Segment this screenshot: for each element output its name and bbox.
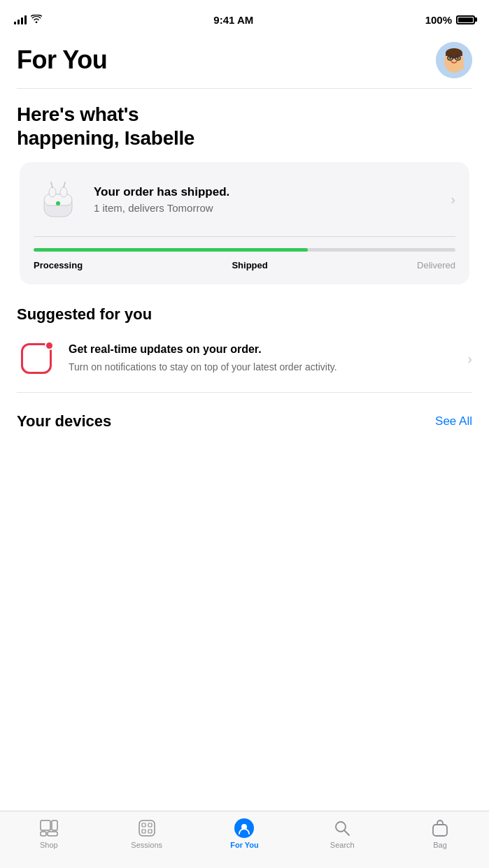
greeting-section: Here's what's happening, Isabelle xyxy=(0,89,489,284)
page-header: For You xyxy=(0,35,489,88)
suggestion-text: Get real-time updates on your order. Tur… xyxy=(69,342,455,374)
wifi-icon xyxy=(31,13,42,26)
battery-percentage: 100% xyxy=(425,14,452,26)
status-time: 9:41 AM xyxy=(213,14,253,26)
order-card[interactable]: Your order has shipped. 1 item, delivers… xyxy=(20,162,469,284)
progress-labels: Processing Shipped Delivered xyxy=(34,260,455,270)
tab-bar: Shop Sessions For You xyxy=(0,811,489,868)
svg-rect-16 xyxy=(41,820,50,830)
svg-rect-28 xyxy=(433,825,447,836)
airpods-image xyxy=(34,175,83,224)
notif-dot xyxy=(45,341,54,350)
status-bar: 9:41 AM 100% xyxy=(0,0,489,35)
svg-rect-18 xyxy=(41,832,46,836)
progress-label-shipped: Shipped xyxy=(232,260,267,270)
svg-rect-22 xyxy=(148,823,152,827)
suggestion-chevron-icon: › xyxy=(467,351,472,367)
svg-rect-20 xyxy=(139,820,155,836)
svg-rect-19 xyxy=(48,832,57,836)
tab-bag[interactable]: Bag xyxy=(412,818,468,849)
suggestion-item[interactable]: Get real-time updates on your order. Tur… xyxy=(17,336,472,392)
sessions-icon xyxy=(137,818,157,838)
bag-icon xyxy=(430,818,450,838)
signal-icon xyxy=(14,15,27,24)
tab-search-label: Search xyxy=(330,841,355,849)
order-info: Your order has shipped. 1 item, delivers… xyxy=(94,185,439,214)
tab-shop-label: Shop xyxy=(40,841,58,849)
greeting-heading: Here's what's happening, Isabelle xyxy=(17,103,472,150)
progress-label-delivered: Delivered xyxy=(417,260,455,270)
see-all-link[interactable]: See All xyxy=(435,414,472,428)
shop-icon xyxy=(39,818,59,838)
tab-for-you-label: For You xyxy=(230,841,259,849)
svg-point-8 xyxy=(457,57,459,59)
devices-section: Your devices See All xyxy=(0,393,489,431)
tab-search[interactable]: Search xyxy=(314,818,370,849)
status-right: 100% xyxy=(425,14,475,26)
order-card-top[interactable]: Your order has shipped. 1 item, delivers… xyxy=(20,162,469,236)
svg-line-12 xyxy=(51,182,52,187)
suggestion-desc: Turn on notifications to stay on top of … xyxy=(69,361,455,375)
order-chevron-icon: › xyxy=(451,191,455,208)
battery-icon xyxy=(456,15,475,24)
suggestion-title: Get real-time updates on your order. xyxy=(69,342,455,357)
suggested-section: Suggested for you Get real-time updates … xyxy=(0,284,489,392)
tab-sessions[interactable]: Sessions xyxy=(119,818,175,849)
svg-point-13 xyxy=(60,187,67,197)
svg-rect-21 xyxy=(142,823,146,827)
svg-rect-24 xyxy=(148,830,152,833)
devices-heading: Your devices xyxy=(17,412,111,431)
page-title: For You xyxy=(17,45,107,75)
svg-rect-17 xyxy=(52,820,57,830)
progress-label-processing: Processing xyxy=(34,260,83,270)
progress-bar-container xyxy=(34,248,455,252)
status-left xyxy=(14,13,42,26)
svg-line-14 xyxy=(64,182,65,187)
tab-for-you[interactable]: For You xyxy=(216,818,272,849)
progress-bar-fill xyxy=(34,248,308,252)
svg-rect-23 xyxy=(142,830,146,833)
suggested-heading: Suggested for you xyxy=(17,305,472,324)
avatar[interactable] xyxy=(436,42,472,78)
search-icon xyxy=(332,818,352,838)
tab-sessions-label: Sessions xyxy=(131,841,162,849)
order-progress: Processing Shipped Delivered xyxy=(20,237,469,284)
for-you-icon xyxy=(234,818,254,838)
tab-bag-label: Bag xyxy=(433,841,447,849)
order-subtitle: 1 item, delivers Tomorrow xyxy=(94,202,439,214)
devices-header: Your devices See All xyxy=(17,412,472,431)
svg-point-15 xyxy=(56,201,60,205)
svg-point-11 xyxy=(49,187,56,197)
notification-icon xyxy=(17,339,56,378)
tab-shop[interactable]: Shop xyxy=(21,818,77,849)
order-title: Your order has shipped. xyxy=(94,185,439,199)
svg-line-27 xyxy=(345,831,350,836)
svg-point-7 xyxy=(449,57,451,59)
